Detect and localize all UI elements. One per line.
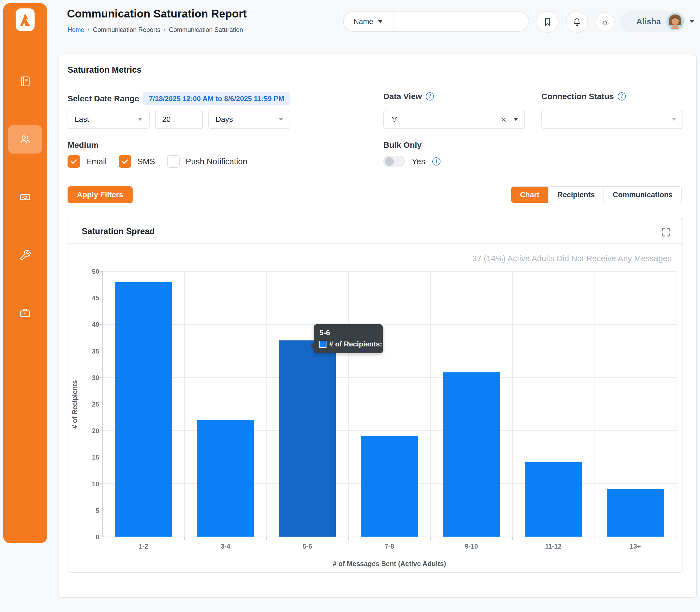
bookmark-button[interactable]	[537, 11, 558, 33]
sidebar-item-journal[interactable]	[8, 67, 42, 96]
medium-option-push-notification[interactable]: Push Notification	[167, 155, 247, 168]
user-name: Alisha	[636, 17, 661, 26]
y-tick-label: 45	[92, 294, 99, 302]
checkbox-checked[interactable]	[68, 155, 80, 168]
breadcrumb-item[interactable]: Home	[68, 26, 84, 33]
checkbox[interactable]	[167, 155, 180, 168]
bar-3-4[interactable]	[197, 420, 254, 537]
apply-filters-button[interactable]: Apply Filters	[68, 186, 133, 203]
connection-status-label: Connection Status i	[541, 92, 626, 101]
checkbox-label: SMS	[137, 157, 155, 166]
y-tick-mark	[99, 510, 103, 510]
info-icon[interactable]: i	[426, 92, 434, 100]
search-field-label: Name	[353, 17, 373, 26]
theme-button[interactable]	[595, 12, 615, 31]
y-tick-mark	[99, 271, 103, 272]
search-bar: Name	[343, 12, 529, 32]
x-tick-label: 13+	[594, 543, 676, 550]
chart-tooltip: 5-6# of Recipients: 37	[314, 324, 383, 353]
x-tick-label: 11-12	[513, 543, 594, 550]
sidebar-item-work[interactable]	[8, 299, 42, 327]
y-tick-mark	[99, 298, 103, 298]
clear-icon[interactable]: ×	[501, 115, 507, 124]
info-icon[interactable]: i	[618, 92, 626, 100]
notifications-button[interactable]	[566, 11, 588, 33]
sidebar-item-finance[interactable]	[8, 183, 42, 211]
x-axis-title: # of Messages Sent (Active Adults)	[102, 560, 676, 568]
y-tick-label: 35	[92, 348, 99, 355]
bulk-only-label: Bulk Only	[383, 140, 422, 150]
date-amount-input[interactable]	[162, 115, 196, 124]
breadcrumb-item: Communication Reports	[93, 26, 161, 33]
date-mode-value: Last	[75, 115, 138, 124]
tooltip-value: # of Recipients: 37	[329, 340, 392, 348]
journal-icon	[19, 75, 31, 87]
medium-option-sms[interactable]: SMS	[119, 155, 155, 168]
date-range-label: Select Date Range 7/18/2025 12:00 AM to …	[68, 92, 291, 106]
y-tick-label: 0	[96, 533, 99, 541]
y-tick-mark	[99, 430, 103, 431]
y-tick-label: 50	[92, 268, 99, 275]
date-mode-select[interactable]: Last	[68, 110, 150, 129]
chart-band: 11-12	[513, 272, 595, 537]
y-tick-label: 10	[92, 480, 99, 488]
tab-recipients[interactable]: Recipients	[549, 187, 604, 203]
breadcrumb-item: Communication Saturation	[169, 26, 243, 33]
saturation-spread-card: Saturation Spread 37 (14%) Active Adults…	[68, 218, 683, 573]
connection-status-label-text: Connection Status	[541, 92, 614, 101]
fullscreen-button[interactable]	[660, 226, 673, 239]
app-logo-icon[interactable]	[10, 5, 40, 34]
chart-plot-area: 1-23-45-65-6# of Recipients: 377-89-1011…	[102, 272, 676, 537]
medium-option-email[interactable]: Email	[68, 155, 107, 168]
sidebar-item-tools[interactable]	[8, 241, 42, 269]
checkbox-checked[interactable]	[119, 155, 131, 168]
data-view-select[interactable]: ×	[383, 110, 525, 129]
search-field-selector[interactable]: Name	[344, 12, 393, 31]
medium-label-text: Medium	[68, 140, 98, 150]
y-tick-mark	[99, 351, 103, 351]
date-range-value[interactable]: 7/18/2025 12:00 AM to 8/6/2025 11:59 PM	[143, 92, 291, 106]
x-tick-label: 3-4	[185, 543, 266, 550]
people-icon	[19, 133, 31, 145]
sidebar-item-people[interactable]	[8, 125, 42, 154]
sidebar-nav	[3, 67, 47, 357]
chevron-down-icon	[279, 118, 283, 121]
y-tick-label: 15	[92, 454, 99, 461]
y-tick-label: 25	[92, 401, 99, 408]
data-view-label: Data View i	[383, 92, 434, 101]
medium-label: Medium	[68, 140, 98, 150]
chevron-down-icon	[513, 118, 518, 121]
data-view-label-text: Data View	[383, 92, 422, 101]
user-menu[interactable]: Alisha	[620, 11, 686, 32]
y-tick-mark	[99, 404, 103, 404]
bulk-only-label-text: Bulk Only	[383, 140, 422, 150]
chart-card-title: Saturation Spread	[82, 226, 155, 236]
chevron-down-icon	[138, 118, 143, 121]
check-icon	[121, 157, 129, 166]
date-unit-select[interactable]: Days	[208, 110, 291, 129]
bulk-only-control: Yes i	[383, 156, 441, 167]
bar-9-10[interactable]	[443, 372, 500, 537]
date-amount-field[interactable]	[155, 110, 203, 129]
user-menu-chevron-icon[interactable]	[690, 20, 694, 23]
connection-status-select[interactable]	[541, 110, 683, 129]
search-input[interactable]	[393, 12, 528, 31]
bar-13+[interactable]	[607, 489, 664, 537]
bar-1-2[interactable]	[115, 282, 172, 537]
bulk-only-toggle[interactable]	[383, 156, 405, 167]
tab-communications[interactable]: Communications	[604, 187, 682, 203]
y-axis-ticks: 05101520253035404550	[81, 272, 99, 537]
bar-11-12[interactable]	[525, 462, 582, 537]
bulk-only-toggle-label: Yes	[412, 157, 425, 166]
bar-5-6[interactable]	[279, 340, 336, 537]
chart-band: 7-8	[349, 272, 431, 537]
info-icon[interactable]: i	[432, 157, 441, 166]
y-tick-label: 30	[92, 374, 99, 382]
avatar	[667, 13, 684, 30]
sunrise-icon	[601, 17, 610, 27]
chart-band: 1-2	[103, 272, 185, 537]
tab-chart[interactable]: Chart	[511, 187, 549, 203]
y-tick-mark	[99, 457, 103, 457]
chart-band: 9-10	[431, 272, 513, 537]
bar-7-8[interactable]	[361, 436, 418, 537]
